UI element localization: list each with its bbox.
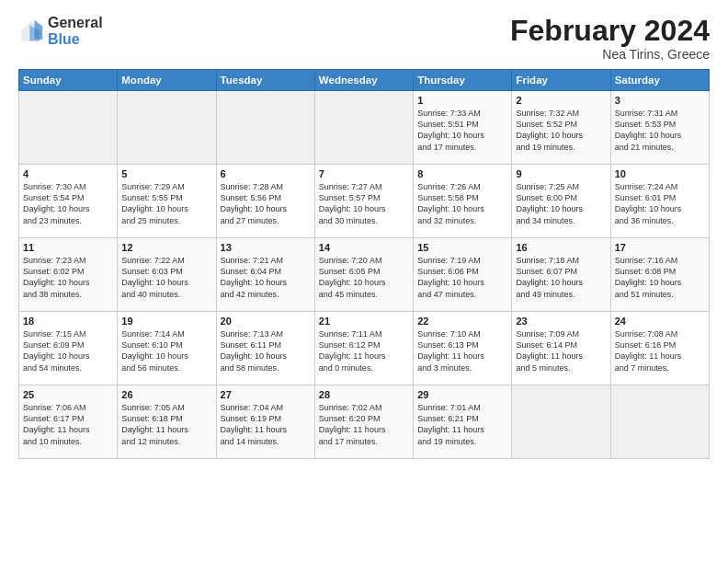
day-number: 1 <box>417 95 507 106</box>
calendar-cell <box>610 385 709 459</box>
calendar-cell: 3Sunrise: 7:31 AM Sunset: 5:53 PM Daylig… <box>610 91 709 165</box>
day-content: Sunrise: 7:11 AM Sunset: 6:12 PM Dayligh… <box>319 328 409 373</box>
calendar-cell: 17Sunrise: 7:16 AM Sunset: 6:08 PM Dayli… <box>610 238 709 312</box>
calendar-cell: 2Sunrise: 7:32 AM Sunset: 5:52 PM Daylig… <box>512 91 610 165</box>
day-number: 8 <box>417 168 507 179</box>
day-content: Sunrise: 7:30 AM Sunset: 5:54 PM Dayligh… <box>23 181 113 226</box>
header: General Blue February 2024 Nea Tirins, G… <box>18 15 710 62</box>
day-content: Sunrise: 7:01 AM Sunset: 6:21 PM Dayligh… <box>417 402 507 447</box>
calendar-cell: 6Sunrise: 7:28 AM Sunset: 5:56 PM Daylig… <box>216 165 314 238</box>
day-number: 20 <box>221 316 311 327</box>
day-content: Sunrise: 7:19 AM Sunset: 6:06 PM Dayligh… <box>417 255 507 300</box>
calendar-cell: 28Sunrise: 7:02 AM Sunset: 6:20 PM Dayli… <box>314 385 413 459</box>
day-content: Sunrise: 7:33 AM Sunset: 5:51 PM Dayligh… <box>417 108 507 153</box>
day-number: 12 <box>121 242 211 253</box>
day-number: 22 <box>417 316 507 327</box>
day-content: Sunrise: 7:16 AM Sunset: 6:08 PM Dayligh… <box>615 255 705 300</box>
logo-general: General <box>48 15 103 31</box>
location: Nea Tirins, Greece <box>510 47 710 62</box>
calendar-cell <box>118 91 216 165</box>
col-saturday: Saturday <box>610 70 709 91</box>
day-number: 6 <box>221 168 311 179</box>
calendar-row-2: 11Sunrise: 7:23 AM Sunset: 6:02 PM Dayli… <box>19 238 710 312</box>
day-number: 19 <box>121 316 211 327</box>
day-number: 28 <box>319 389 409 400</box>
logo-blue: Blue <box>48 31 103 48</box>
day-content: Sunrise: 7:23 AM Sunset: 6:02 PM Dayligh… <box>23 255 113 300</box>
day-content: Sunrise: 7:05 AM Sunset: 6:18 PM Dayligh… <box>121 402 211 447</box>
day-number: 26 <box>121 389 211 400</box>
calendar-cell: 21Sunrise: 7:11 AM Sunset: 6:12 PM Dayli… <box>314 312 413 385</box>
calendar-cell: 26Sunrise: 7:05 AM Sunset: 6:18 PM Dayli… <box>118 385 216 459</box>
day-content: Sunrise: 7:02 AM Sunset: 6:20 PM Dayligh… <box>319 402 409 447</box>
day-number: 10 <box>615 168 705 179</box>
day-content: Sunrise: 7:20 AM Sunset: 6:05 PM Dayligh… <box>319 255 409 300</box>
calendar-cell: 22Sunrise: 7:10 AM Sunset: 6:13 PM Dayli… <box>414 312 512 385</box>
calendar-cell: 9Sunrise: 7:25 AM Sunset: 6:00 PM Daylig… <box>512 165 610 238</box>
calendar-cell: 13Sunrise: 7:21 AM Sunset: 6:04 PM Dayli… <box>216 238 314 312</box>
day-content: Sunrise: 7:04 AM Sunset: 6:19 PM Dayligh… <box>221 402 311 447</box>
calendar-cell: 16Sunrise: 7:18 AM Sunset: 6:07 PM Dayli… <box>512 238 610 312</box>
col-wednesday: Wednesday <box>314 70 413 91</box>
day-content: Sunrise: 7:18 AM Sunset: 6:07 PM Dayligh… <box>516 255 606 300</box>
day-content: Sunrise: 7:21 AM Sunset: 6:04 PM Dayligh… <box>221 255 311 300</box>
day-number: 3 <box>615 95 705 106</box>
calendar-cell <box>19 91 118 165</box>
day-number: 16 <box>516 242 606 253</box>
day-number: 7 <box>319 168 409 179</box>
day-content: Sunrise: 7:13 AM Sunset: 6:11 PM Dayligh… <box>221 328 311 373</box>
day-number: 17 <box>615 242 705 253</box>
day-number: 29 <box>417 389 507 400</box>
day-number: 9 <box>516 168 606 179</box>
calendar-row-0: 1Sunrise: 7:33 AM Sunset: 5:51 PM Daylig… <box>19 91 710 165</box>
calendar-cell: 10Sunrise: 7:24 AM Sunset: 6:01 PM Dayli… <box>610 165 709 238</box>
calendar-row-4: 25Sunrise: 7:06 AM Sunset: 6:17 PM Dayli… <box>19 385 710 459</box>
day-number: 11 <box>23 242 113 253</box>
day-content: Sunrise: 7:06 AM Sunset: 6:17 PM Dayligh… <box>23 402 113 447</box>
logo-icon <box>18 18 44 44</box>
day-content: Sunrise: 7:08 AM Sunset: 6:16 PM Dayligh… <box>615 328 705 373</box>
header-row: Sunday Monday Tuesday Wednesday Thursday… <box>19 70 710 91</box>
day-content: Sunrise: 7:09 AM Sunset: 6:14 PM Dayligh… <box>516 328 606 373</box>
day-number: 21 <box>319 316 409 327</box>
day-content: Sunrise: 7:25 AM Sunset: 6:00 PM Dayligh… <box>516 181 606 226</box>
day-number: 15 <box>417 242 507 253</box>
day-content: Sunrise: 7:22 AM Sunset: 6:03 PM Dayligh… <box>121 255 211 300</box>
day-content: Sunrise: 7:32 AM Sunset: 5:52 PM Dayligh… <box>516 108 606 153</box>
day-number: 27 <box>221 389 311 400</box>
calendar-cell: 5Sunrise: 7:29 AM Sunset: 5:55 PM Daylig… <box>118 165 216 238</box>
calendar-table: Sunday Monday Tuesday Wednesday Thursday… <box>18 69 710 459</box>
calendar-row-1: 4Sunrise: 7:30 AM Sunset: 5:54 PM Daylig… <box>19 165 710 238</box>
calendar-cell: 1Sunrise: 7:33 AM Sunset: 5:51 PM Daylig… <box>414 91 512 165</box>
calendar-cell: 25Sunrise: 7:06 AM Sunset: 6:17 PM Dayli… <box>19 385 118 459</box>
calendar-page: General Blue February 2024 Nea Tirins, G… <box>0 0 728 563</box>
day-number: 23 <box>516 316 606 327</box>
logo-text: General Blue <box>48 15 103 47</box>
calendar-cell: 18Sunrise: 7:15 AM Sunset: 6:09 PM Dayli… <box>19 312 118 385</box>
day-content: Sunrise: 7:10 AM Sunset: 6:13 PM Dayligh… <box>417 328 507 373</box>
day-number: 5 <box>121 168 211 179</box>
calendar-cell: 19Sunrise: 7:14 AM Sunset: 6:10 PM Dayli… <box>118 312 216 385</box>
logo: General Blue <box>18 15 103 47</box>
day-number: 4 <box>23 168 113 179</box>
calendar-cell: 20Sunrise: 7:13 AM Sunset: 6:11 PM Dayli… <box>216 312 314 385</box>
day-content: Sunrise: 7:26 AM Sunset: 5:58 PM Dayligh… <box>417 181 507 226</box>
day-content: Sunrise: 7:14 AM Sunset: 6:10 PM Dayligh… <box>121 328 211 373</box>
calendar-cell: 4Sunrise: 7:30 AM Sunset: 5:54 PM Daylig… <box>19 165 118 238</box>
col-monday: Monday <box>118 70 216 91</box>
calendar-cell: 23Sunrise: 7:09 AM Sunset: 6:14 PM Dayli… <box>512 312 610 385</box>
col-sunday: Sunday <box>19 70 118 91</box>
day-content: Sunrise: 7:27 AM Sunset: 5:57 PM Dayligh… <box>319 181 409 226</box>
day-content: Sunrise: 7:24 AM Sunset: 6:01 PM Dayligh… <box>615 181 705 226</box>
calendar-cell <box>314 91 413 165</box>
col-thursday: Thursday <box>414 70 512 91</box>
calendar-cell: 24Sunrise: 7:08 AM Sunset: 6:16 PM Dayli… <box>610 312 709 385</box>
calendar-row-3: 18Sunrise: 7:15 AM Sunset: 6:09 PM Dayli… <box>19 312 710 385</box>
day-number: 24 <box>615 316 705 327</box>
calendar-cell: 8Sunrise: 7:26 AM Sunset: 5:58 PM Daylig… <box>414 165 512 238</box>
col-friday: Friday <box>512 70 610 91</box>
calendar-cell <box>512 385 610 459</box>
day-number: 14 <box>319 242 409 253</box>
calendar-cell: 14Sunrise: 7:20 AM Sunset: 6:05 PM Dayli… <box>314 238 413 312</box>
day-number: 25 <box>23 389 113 400</box>
